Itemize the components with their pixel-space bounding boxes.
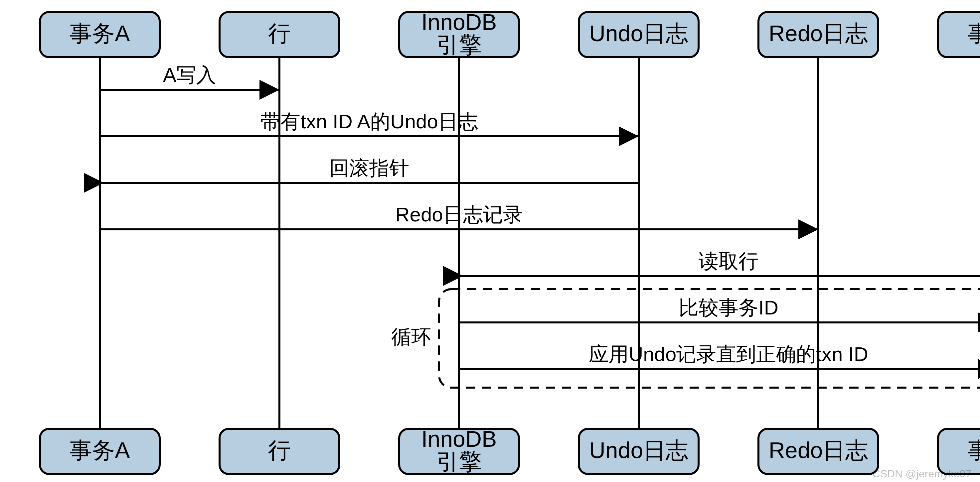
svg-text:比较事务ID: 比较事务ID [679,296,778,319]
svg-text:引擎: 引擎 [436,449,482,474]
svg-text:Redo日志记录: Redo日志记录 [395,203,523,226]
sequence-diagram: A写入带有txn ID A的Undo日志回滚指针Redo日志记录读取行比较事务I… [0,0,980,482]
watermark: CSDN @jeremyke07 [873,468,971,480]
svg-text:引擎: 引擎 [436,32,482,57]
svg-text:事务A: 事务A [70,438,130,463]
loop-label: 循环 [391,326,431,348]
svg-text:回滚指针: 回滚指针 [329,157,409,179]
svg-text:事务B: 事务B [968,21,980,46]
svg-text:InnoDB: InnoDB [422,9,497,35]
svg-text:事务A: 事务A [70,21,130,46]
svg-text:应用Undo记录直到正确的txn ID: 应用Undo记录直到正确的txn ID [589,343,868,365]
svg-text:带有txn ID A的Undo日志: 带有txn ID A的Undo日志 [261,110,478,133]
svg-text:读取行: 读取行 [698,250,759,272]
svg-text:A写入: A写入 [163,64,216,86]
svg-text:行: 行 [268,21,291,46]
svg-text:行: 行 [268,438,291,463]
svg-text:Undo日志: Undo日志 [589,21,689,46]
svg-text:Redo日志: Redo日志 [769,21,868,46]
svg-text:事务B: 事务B [968,438,980,463]
svg-text:Undo日志: Undo日志 [589,438,689,463]
svg-text:InnoDB: InnoDB [422,426,497,452]
svg-text:Redo日志: Redo日志 [769,438,868,463]
